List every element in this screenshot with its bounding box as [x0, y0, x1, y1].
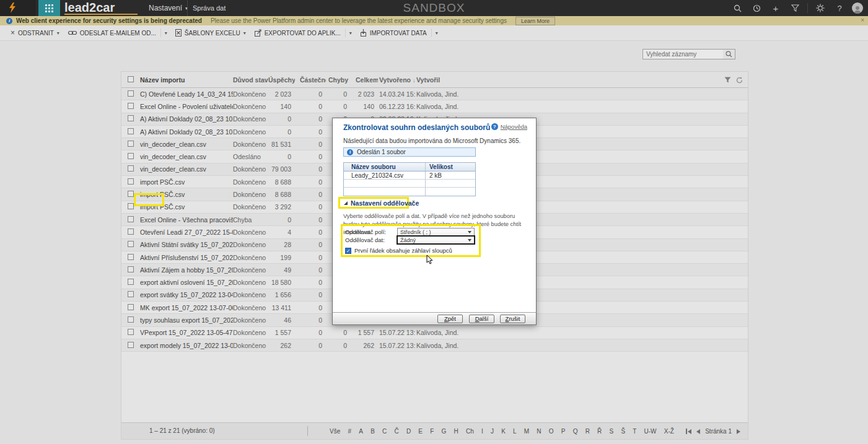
table-row[interactable]: export modely 15_07_2022 13-05-28.csvDok… — [121, 339, 748, 352]
row-checkbox[interactable] — [121, 266, 140, 274]
gear-icon[interactable] — [813, 1, 827, 15]
jump-letter[interactable]: D — [405, 428, 412, 435]
user-avatar[interactable] — [852, 2, 863, 14]
jump-letter[interactable]: E — [417, 428, 424, 435]
row-checkbox[interactable] — [121, 178, 140, 186]
table-row[interactable]: VPexport 15_07_2022 13-05-47.csvDokončen… — [121, 327, 748, 339]
jump-letter[interactable]: F — [429, 428, 435, 435]
excel-templates-button[interactable]: ŠABLONY EXCELU ▾ — [171, 25, 250, 41]
export-dropdown-caret[interactable]: ▾ — [345, 28, 356, 37]
next-button[interactable]: Další — [469, 315, 494, 323]
search-button[interactable] — [723, 49, 735, 59]
jump-letter[interactable]: Q — [572, 428, 579, 435]
jump-letter[interactable]: T — [631, 428, 638, 435]
row-checkbox[interactable] — [121, 141, 140, 148]
column-header-created-on[interactable]: Vytvořeno ↓ — [378, 76, 415, 84]
row-checkbox[interactable] — [121, 241, 140, 248]
grid-refresh-icon[interactable] — [736, 77, 743, 84]
cancel-button[interactable]: Zrušit — [500, 315, 525, 323]
import-dropdown-caret[interactable]: ▾ — [431, 28, 442, 37]
jump-letter[interactable]: I — [480, 428, 484, 435]
nav-menu-data-management[interactable]: Správa dat — [187, 0, 230, 16]
help-link[interactable]: ? Nápověda — [491, 123, 527, 130]
jump-letter[interactable]: # — [347, 428, 353, 435]
column-header-name[interactable]: Název importu — [140, 76, 233, 84]
jump-letter[interactable]: G — [441, 428, 448, 435]
learn-more-button[interactable]: Learn More — [515, 17, 555, 25]
row-checkbox[interactable] — [121, 191, 140, 198]
first-page-icon[interactable] — [686, 429, 691, 434]
jump-letter[interactable]: X-Ž — [663, 428, 675, 435]
row-checkbox[interactable] — [121, 203, 140, 211]
row-checkbox[interactable] — [121, 229, 140, 236]
row-checkbox[interactable] — [121, 291, 140, 298]
row-checkbox[interactable] — [121, 165, 140, 173]
jump-letter[interactable]: J — [489, 428, 495, 435]
row-checkbox[interactable] — [121, 115, 140, 123]
row-checkbox[interactable] — [121, 316, 140, 324]
next-page-icon[interactable] — [737, 429, 740, 434]
grid-filter-icon[interactable] — [724, 77, 731, 83]
jump-letter[interactable]: U-W — [643, 428, 658, 435]
search-icon[interactable] — [730, 1, 744, 15]
jump-letter[interactable]: Vše — [328, 428, 341, 435]
jump-letter[interactable]: S — [608, 428, 615, 435]
jump-letter[interactable]: N — [535, 428, 542, 435]
app-logo[interactable]: lead2car — [64, 1, 115, 15]
help-icon[interactable]: ? — [833, 1, 846, 15]
file-table-row[interactable]: Leady_210324.csv 2 kB — [344, 172, 475, 180]
column-header-partial-failures[interactable]: Částečné neúsp — [295, 76, 326, 84]
row-checkbox[interactable] — [121, 216, 140, 224]
row-checkbox[interactable] — [121, 342, 140, 349]
delimiter-settings-section-header[interactable]: Nastavení oddělovače — [344, 199, 419, 207]
jump-letter[interactable]: L — [512, 428, 518, 435]
export-button[interactable]: EXPORTOVAT DO APLIK... — [250, 25, 345, 41]
row-checkbox[interactable] — [121, 329, 140, 336]
filter-funnel-icon[interactable] — [788, 1, 802, 15]
previous-page-icon[interactable] — [696, 429, 700, 434]
email-dropdown-caret[interactable]: ▾ — [160, 28, 171, 37]
recent-items-icon[interactable] — [750, 1, 763, 15]
close-icon[interactable]: × — [861, 17, 864, 24]
row-checkbox[interactable] — [121, 128, 140, 136]
delete-button[interactable]: × ODSTRANIT ▾ — [6, 25, 64, 41]
nav-menu-settings[interactable]: Nastavení ▾ — [144, 0, 193, 16]
first-row-headers-checkbox[interactable]: ✓ — [345, 248, 351, 254]
row-checkbox[interactable] — [121, 279, 140, 286]
column-header-successes[interactable]: Úspěchy — [268, 76, 295, 84]
jump-letter[interactable]: Š — [620, 428, 626, 435]
column-header-errors[interactable]: Chyby — [326, 76, 351, 84]
back-button[interactable]: Zpět — [437, 315, 463, 323]
table-row[interactable]: C) Otevřené Leady 14_03_24 15-40-03.xlsx… — [121, 88, 748, 100]
row-checkbox[interactable] — [121, 103, 140, 110]
jump-letter[interactable]: H — [453, 428, 460, 435]
jump-letter[interactable]: Ch — [465, 428, 475, 435]
import-data-button[interactable]: IMPORTOVAT DATA — [356, 25, 431, 41]
jump-letter[interactable]: O — [548, 428, 555, 435]
jump-letter[interactable]: Č — [393, 428, 400, 435]
email-link-button[interactable]: ODESLAT E-MAILEM OD... — [64, 25, 160, 41]
export-label: EXPORTOVAT DO APLIK... — [265, 30, 341, 37]
jump-letter[interactable]: K — [500, 428, 507, 435]
row-checkbox[interactable] — [121, 153, 140, 160]
row-checkbox[interactable] — [121, 304, 140, 311]
column-header-created-by[interactable]: Vytvořil — [415, 76, 458, 84]
jump-letter[interactable]: C — [381, 428, 388, 435]
table-row[interactable]: Excel Online - Povolení uživatelé 12/6/2… — [121, 100, 748, 113]
row-checkbox[interactable] — [121, 254, 140, 261]
jump-letter[interactable]: M — [523, 428, 530, 435]
column-header-status-reason[interactable]: Důvod stavu — [233, 76, 268, 84]
field-delimiter-select[interactable]: Středník ( ; ) — [397, 228, 475, 236]
jump-letter[interactable]: A — [357, 428, 364, 435]
jump-letter[interactable]: B — [369, 428, 376, 435]
data-delimiter-select[interactable]: Žádný — [397, 236, 475, 244]
jump-letter[interactable]: R — [584, 428, 591, 435]
select-all-checkbox[interactable] — [121, 76, 140, 84]
column-header-total-processed[interactable]: Celkem zp — [351, 76, 378, 84]
create-new-plus-icon[interactable]: + — [769, 1, 783, 15]
search-input[interactable] — [642, 49, 724, 59]
app-launcher-waffle-icon[interactable] — [38, 0, 60, 16]
jump-letter[interactable]: P — [560, 428, 567, 435]
jump-letter[interactable]: Ř — [596, 428, 603, 435]
row-checkbox[interactable] — [121, 90, 140, 98]
